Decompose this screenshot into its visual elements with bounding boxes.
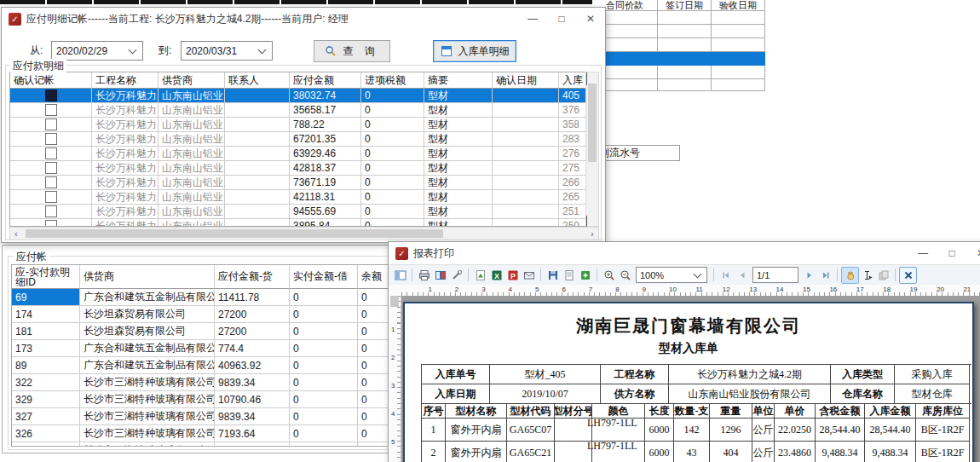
title-bar[interactable]: ✓ 报表打印 — □ ✕ [389,242,980,264]
payables-group-label: 应付帐 [14,250,49,264]
receipt-detail-button[interactable]: 入库单明细 [433,40,516,62]
app-icon: ✓ [9,13,21,26]
cell-supplier: 长沙市三湘特种玻璃有限公司 [80,442,215,447]
table-row[interactable]: 327长沙市三湘特种玻璃有限公司9839.3400 [12,408,402,425]
first-page-icon[interactable] [718,268,734,283]
page-indicator-input[interactable]: 1/1 [752,267,798,283]
zoom-out-icon[interactable] [617,268,633,283]
confirm-checkbox[interactable] [45,90,57,101]
page-setup-book-icon[interactable] [432,268,448,283]
print-icon[interactable] [416,268,432,283]
zoom-in-icon[interactable] [601,268,617,283]
confirm-checkbox[interactable] [45,162,57,174]
confirm-checkbox[interactable] [45,133,57,145]
confirm-checkbox[interactable] [45,176,57,188]
cell-contact [225,176,290,190]
table-row[interactable]: 长沙万科魅力...山东南山铝业...94555.690型材251 [10,205,586,219]
cell-supplier: 山东南山铝业... [159,118,225,132]
column-header: 入库 [559,72,586,89]
from-date-combobox[interactable]: 2020/02/29 [51,41,143,61]
prev-page-icon[interactable] [734,268,750,283]
table-row[interactable]: 长沙万科魅力...山东南山铝业...42118.310型材265 [10,190,586,205]
minimize-button[interactable]: — [518,8,547,30]
confirm-checkbox[interactable] [45,118,57,130]
confirm-checkbox[interactable] [45,191,57,203]
table-row[interactable]: 长沙万科魅力...山东南山铝业...3895.840型材250 [10,219,586,227]
scroll-left-arrow[interactable]: ‹ [10,229,22,239]
scroll-right-arrow[interactable]: › [586,229,598,239]
report-cell: 142 [674,419,710,442]
cell-project: 长沙万科魅力... [92,103,159,118]
table-row[interactable]: 长沙万科魅力...山东南山铝业...67201.350型材283 [10,132,586,147]
minimize-button[interactable]: — [908,242,937,264]
horizontal-scroll-thumb[interactable] [26,229,443,238]
export-mail-icon[interactable] [521,268,537,283]
last-page-icon[interactable] [817,268,833,283]
background-empty-cell [712,66,765,79]
zoom-level-combobox[interactable]: 100% [636,267,707,283]
vertical-scroll-thumb[interactable] [588,84,597,162]
confirm-checkbox[interactable] [45,104,57,116]
table-row[interactable]: 长沙万科魅力...山东南山铝业...63929.460型材276 [10,147,586,161]
table-row[interactable]: 长沙万科魅力...山东南山铝业...38032.740型材405 [10,89,586,103]
options-tools-icon[interactable] [448,268,464,283]
table-row[interactable]: 长沙万科魅力...山东南山铝业...35658.170型材376 [10,103,586,118]
cell-tax: 0 [361,132,424,147]
close-preview-icon[interactable] [899,267,917,284]
save-icon[interactable] [545,268,561,283]
query-button[interactable]: 查 询 [314,40,390,62]
copy-pages-icon[interactable] [875,268,891,283]
vertical-scrollbar[interactable] [585,72,599,227]
to-date-combobox[interactable]: 2020/03/31 [181,41,273,61]
confirm-checkbox[interactable] [45,220,57,227]
cell-tax: 0 [361,103,424,118]
cell-amount: 67201.35 [290,132,361,147]
scroll-up-arrow[interactable] [586,72,598,83]
table-row[interactable]: 32长沙市三湘特种玻璃有限公司 [12,442,402,447]
scroll-down-arrow[interactable] [586,216,598,226]
text-select-tool-icon[interactable] [859,268,875,283]
close-button[interactable]: ✕ [576,8,605,30]
maximize-button[interactable]: □ [937,242,966,264]
cell-receipt-no: 358 [559,118,586,132]
close-button[interactable]: ✕ [966,242,980,264]
export-html-icon[interactable] [577,268,593,283]
sidebar-toggle-icon[interactable] [392,268,408,283]
cell-payable-amount: 9839.34 [215,374,290,391]
ruler-number: 9 [643,286,646,293]
export-document-icon[interactable] [561,268,577,283]
export-pdf-icon[interactable]: P [504,268,521,283]
table-row[interactable]: 长沙万科魅力...山东南山铝业...788.220型材358 [10,118,586,132]
confirm-checkbox[interactable] [45,205,57,217]
cell-id: 69 [12,289,80,306]
maximize-button[interactable]: □ [547,8,576,30]
table-row[interactable]: 329长沙市三湘特种玻璃有限公司10790.4600 [12,391,402,408]
confirm-checkbox[interactable] [45,147,57,159]
cell-supplier: 广东合和建筑五金制品有限公司 [80,357,215,374]
cell-supplier: 长沙市三湘特种玻璃有限公司 [80,374,215,391]
cell-receipt-no: 376 [559,103,586,118]
export-image-icon[interactable] [472,268,488,283]
horizontal-scrollbar[interactable]: ‹ › [9,227,599,240]
column-header: 确认日期 [493,72,559,89]
ruler-number: 1 [391,326,395,333]
table-row[interactable]: 长沙万科魅力...山东南山铝业...42818.370型材275 [10,161,586,176]
export-excel-icon[interactable]: X [488,268,504,283]
next-page-icon[interactable] [801,268,817,283]
report-preview-area[interactable]: 123456 湖南巨晟门窗幕墙有限公司 型材入库单 入库单号型材_405工程名称… [389,296,980,462]
payable-detail-window: ✓ 应付明细记帐------当前工程: 长沙万科魅力之城4.2期------当前… [1,7,606,243]
cell-project: 长沙万科魅力... [92,89,159,103]
title-bar[interactable]: ✓ 应付明细记帐------当前工程: 长沙万科魅力之城4.2期------当前… [2,8,605,30]
table-row[interactable]: 326长沙市三湘特种玻璃有限公司7193.6400 [12,425,402,442]
table-row[interactable]: 长沙万科魅力...山东南山铝业...73671.190型材266 [10,176,586,190]
chevron-down-icon [256,49,268,53]
hand-tool-icon[interactable] [841,267,859,284]
table-row[interactable]: 89广东合和建筑五金制品有限公司40963.9200 [12,357,402,374]
table-row[interactable]: 69广东合和建筑五金制品有限公司11411.7800 [12,289,402,306]
table-row[interactable]: 173广东合和建筑五金制品有限公司774.400 [12,340,402,357]
table-row[interactable]: 181长沙坦森贸易有限公司2720000 [12,323,402,340]
window-title: 应付明细记帐------当前工程: 长沙万科魅力之城4.2期------当前用户… [26,12,349,26]
cell-id: 326 [12,425,80,442]
table-row[interactable]: 322长沙市三湘特种玻璃有限公司9839.3400 [12,374,402,391]
table-row[interactable]: 174长沙坦森贸易有限公司2720000 [12,306,402,323]
